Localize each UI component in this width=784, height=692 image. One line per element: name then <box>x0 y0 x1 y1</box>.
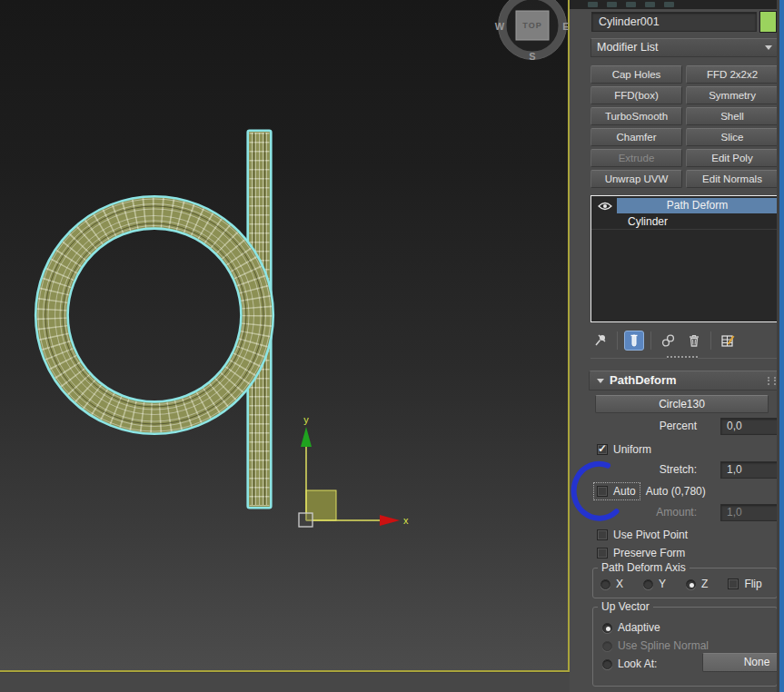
pin-stack-icon[interactable] <box>590 331 610 351</box>
tab-stub-icon[interactable] <box>664 2 674 7</box>
remove-modifier-icon[interactable] <box>684 331 704 351</box>
amount-row: Amount: 1,0 <box>590 503 780 521</box>
radio-icon[interactable] <box>643 579 653 589</box>
percent-spinner[interactable]: 0,0 <box>720 418 784 435</box>
viewport-top[interactable]: TOP W E S y x <box>0 0 570 672</box>
percent-row: Percent 0,0 <box>590 417 780 435</box>
gizmo-x-label: x <box>403 515 409 526</box>
path-deform-axis-group: Path Deform Axis X Y Z Flip <box>592 568 778 598</box>
object-color-swatch[interactable] <box>759 11 777 33</box>
amount-value: 1,0 <box>721 505 779 520</box>
panel-scrollbar[interactable] <box>779 0 784 692</box>
coil-ring <box>35 196 273 434</box>
adaptive-label: Adaptive <box>618 621 660 634</box>
preserve-form-label: Preserve Form <box>613 547 685 559</box>
modifier-button-chamfer[interactable]: Chamfer <box>590 128 682 146</box>
gizmo-origin-handle[interactable] <box>299 513 313 527</box>
stack-item-path-deform[interactable]: Path Deform <box>593 198 778 213</box>
tab-stub-icon[interactable] <box>588 2 598 7</box>
radio-icon[interactable] <box>602 659 612 669</box>
modifier-list-dropdown[interactable]: Modifier List <box>590 38 779 57</box>
preserve-form-checkbox[interactable] <box>597 548 608 559</box>
application-window: TOP W E S y x <box>0 0 784 692</box>
up-vector-title: Up Vector <box>598 600 653 613</box>
chevron-down-icon <box>765 45 772 50</box>
stack-item-cylinder[interactable]: Cylinder <box>591 213 779 230</box>
eye-icon <box>598 202 612 211</box>
modifier-button-cap-holes[interactable]: Cap Holes <box>590 65 682 84</box>
configure-modifier-sets-icon[interactable] <box>718 331 738 351</box>
look-at-none-button[interactable]: None <box>702 653 784 672</box>
modifier-button-symmetry[interactable]: Symmetry <box>686 86 779 104</box>
rollout-header-pathdeform[interactable]: PathDeform <box>589 371 782 390</box>
modifier-button-ffd-box[interactable]: FFD(box) <box>590 86 682 104</box>
viewcube-east-label[interactable]: E <box>562 21 569 32</box>
radio-icon <box>602 641 612 651</box>
auto-value-label: Auto (0,780) <box>646 485 706 498</box>
grip-dots-icon <box>768 377 776 385</box>
visibility-toggle[interactable] <box>593 198 617 213</box>
collapse-triangle-icon <box>597 379 604 383</box>
stack-item-label[interactable]: Path Deform <box>617 198 778 213</box>
axis-z-option[interactable]: Z <box>686 578 708 590</box>
viewcube-face-label: TOP <box>522 21 541 30</box>
transform-gizmo[interactable]: y x <box>299 414 409 527</box>
modifier-button-edit-poly[interactable]: Edit Poly <box>686 149 779 167</box>
use-pivot-checkbox[interactable] <box>597 529 608 540</box>
radio-icon[interactable] <box>600 579 610 589</box>
modifier-button-shell[interactable]: Shell <box>686 107 779 125</box>
pick-path-button[interactable]: Circle130 <box>595 395 769 413</box>
viewcube-south-label[interactable]: S <box>529 51 535 62</box>
preserve-form-row: Preserve Form <box>590 544 780 562</box>
viewcube[interactable]: TOP W E S <box>495 0 570 62</box>
uniform-row: Uniform <box>590 440 780 459</box>
track-bar-strip <box>0 672 570 692</box>
command-panel-tabs[interactable] <box>570 0 784 9</box>
toolbar-separator <box>710 331 711 350</box>
deformed-cylinder-object[interactable] <box>35 131 273 509</box>
uniform-label: Uniform <box>613 443 651 456</box>
amount-spinner: 1,0 <box>720 504 784 521</box>
viewport-canvas[interactable]: TOP W E S y x <box>0 0 570 670</box>
use-spline-normal-label: Use Spline Normal <box>618 639 709 652</box>
auto-label: Auto <box>613 485 636 498</box>
use-spline-normal-option: Use Spline Normal <box>602 637 777 655</box>
modifier-button-grid: Cap Holes FFD 2x2x2 FFD(box) Symmetry Tu… <box>590 65 779 188</box>
axis-y-option[interactable]: Y <box>643 578 666 590</box>
radio-icon[interactable] <box>602 623 612 633</box>
rollout-title: PathDeform <box>610 373 677 387</box>
modifier-stack: Path Deform Cylinder <box>590 195 780 322</box>
modifier-button-unwrap-uvw[interactable]: Unwrap UVW <box>590 170 682 188</box>
modifier-button-ffd-2x2x2[interactable]: FFD 2x2x2 <box>686 65 779 84</box>
up-vector-group: Up Vector Adaptive Use Spline Normal Loo… <box>592 607 778 687</box>
flip-label: Flip <box>744 578 761 590</box>
percent-value[interactable]: 0,0 <box>721 419 779 434</box>
stretch-value[interactable]: 1,0 <box>721 462 779 478</box>
show-end-result-icon[interactable] <box>624 331 644 351</box>
flip-option[interactable]: Flip <box>728 578 761 590</box>
make-unique-icon[interactable] <box>658 331 678 351</box>
object-name-input[interactable]: Cylinder001 <box>591 12 757 32</box>
rollout-drag-handle[interactable] <box>590 358 780 361</box>
adaptive-option[interactable]: Adaptive <box>602 618 777 637</box>
modifier-button-turbosmooth[interactable]: TurboSmooth <box>590 107 682 125</box>
gizmo-x-arrowhead[interactable] <box>380 515 400 526</box>
gizmo-y-arrowhead[interactable] <box>301 427 312 447</box>
modifier-button-edit-normals[interactable]: Edit Normals <box>686 170 779 188</box>
axis-x-option[interactable]: X <box>600 578 623 590</box>
tab-stub-icon[interactable] <box>607 2 617 7</box>
stretch-label: Stretch: <box>660 463 697 476</box>
axis-group-title: Path Deform Axis <box>598 561 690 574</box>
tab-stub-icon[interactable] <box>626 2 636 7</box>
auto-checkbox[interactable] <box>597 486 608 497</box>
modifier-button-slice[interactable]: Slice <box>686 128 779 146</box>
flip-checkbox[interactable] <box>728 578 739 589</box>
tab-stub-icon[interactable] <box>645 2 655 7</box>
gizmo-y-label: y <box>303 414 309 425</box>
command-panel: Cylinder001 Modifier List Cap Holes FFD … <box>570 0 784 692</box>
look-at-option[interactable]: Look At: None <box>602 655 777 673</box>
radio-icon[interactable] <box>686 579 696 589</box>
uniform-checkbox[interactable] <box>597 444 608 455</box>
viewcube-west-label[interactable]: W <box>495 21 505 32</box>
stretch-spinner[interactable]: 1,0 <box>720 461 784 479</box>
